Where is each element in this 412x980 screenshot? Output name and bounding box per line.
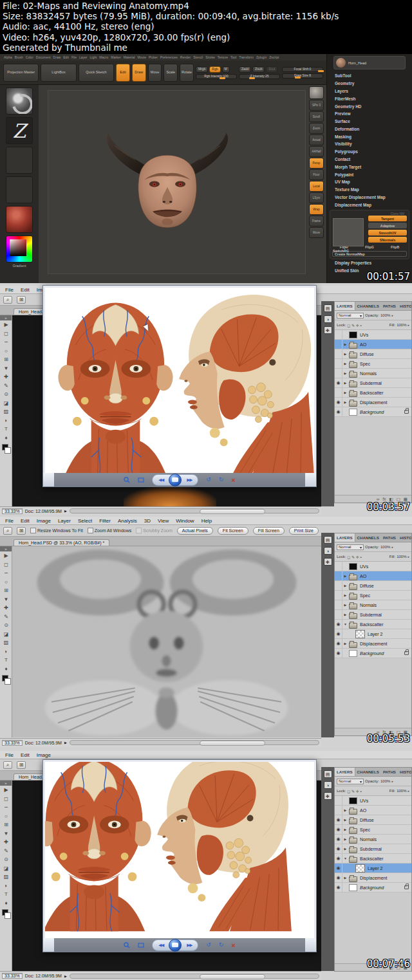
link-icon[interactable]: ∞: [377, 497, 380, 501]
blend-mode-select[interactable]: Normal▾: [337, 544, 364, 550]
right-shelf-button[interactable]: Actual: [309, 134, 324, 145]
visibility-eye-icon[interactable]: [336, 885, 340, 890]
palette-section[interactable]: Preview: [327, 110, 412, 118]
menu-item[interactable]: Help: [201, 518, 212, 524]
zoom-in-icon[interactable]: ⊞: [17, 761, 26, 769]
palette-section[interactable]: FiberMesh: [327, 95, 412, 102]
expand-arrow-icon[interactable]: [342, 593, 348, 597]
tool-icon[interactable]: ⊙: [0, 621, 12, 630]
zbrush-document[interactable]: [48, 90, 306, 274]
flyout-arrow-icon[interactable]: ▶: [64, 509, 67, 513]
panel-tab[interactable]: CHANNELS: [355, 302, 381, 310]
visibility-eye-icon[interactable]: [336, 875, 340, 880]
palette-section[interactable]: Displacement Map: [327, 201, 412, 208]
rgb-button[interactable]: Rgb: [209, 66, 220, 73]
slideshow-icon[interactable]: [169, 939, 182, 952]
scale-button[interactable]: Scale: [164, 64, 178, 82]
tool-icon[interactable]: ○: [0, 578, 12, 587]
right-shelf-button[interactable]: Local: [309, 181, 324, 192]
menu-item[interactable]: Picker: [149, 55, 158, 59]
panel-tab[interactable]: LAYERS: [335, 768, 355, 776]
layer-row[interactable]: Normals: [335, 600, 411, 610]
tool-icon[interactable]: ◪: [0, 630, 12, 639]
palette-section[interactable]: Polypaint: [327, 171, 412, 178]
tool-icon[interactable]: ✎: [0, 382, 12, 391]
tool-icon[interactable]: ✎: [0, 613, 12, 622]
menu-item[interactable]: Edit: [21, 287, 30, 293]
visibility-eye-icon[interactable]: [336, 865, 340, 871]
palette-section[interactable]: Polygroups: [327, 148, 412, 156]
expand-arrow-icon[interactable]: [342, 827, 348, 831]
palette-section[interactable]: Texture Map: [327, 186, 412, 194]
zoom-all-checkbox[interactable]: Zoom All Windows: [88, 528, 132, 533]
layer-row[interactable]: Spec: [335, 591, 411, 600]
lock-icons[interactable]: ◻ ✎ ✛ ▪: [347, 323, 361, 328]
draw-button[interactable]: Draw: [132, 64, 146, 82]
layer-row[interactable]: AO: [335, 340, 411, 349]
right-shelf-button[interactable]: Frame: [309, 216, 324, 227]
layer-row[interactable]: Displacement: [335, 873, 411, 883]
menu-item[interactable]: Edit: [63, 55, 69, 59]
color-swatches[interactable]: [0, 443, 12, 454]
expand-arrow-icon[interactable]: [342, 574, 348, 578]
layer-row[interactable]: Displacement: [335, 639, 411, 649]
canvas-area[interactable]: [12, 546, 321, 737]
fx-icon[interactable]: fx: [382, 497, 386, 501]
flipb-button[interactable]: FlipB: [383, 244, 407, 250]
menu-item[interactable]: Tool: [230, 55, 236, 59]
palette-section[interactable]: Morph Target: [327, 163, 412, 171]
menu-item[interactable]: Layer: [79, 55, 88, 59]
layer-row[interactable]: Normals: [335, 369, 411, 378]
visibility-eye-icon[interactable]: [336, 622, 340, 627]
menu-item[interactable]: File: [5, 287, 14, 293]
menu-item[interactable]: Edit: [21, 752, 30, 758]
palette-section[interactable]: Layers: [327, 88, 412, 95]
menu-item[interactable]: Color: [26, 55, 33, 59]
layer-row[interactable]: Displacement: [335, 398, 411, 407]
expand-arrow-icon[interactable]: [342, 613, 348, 616]
menu-item[interactable]: Preferences: [160, 55, 178, 59]
menu-item[interactable]: Light: [89, 55, 97, 59]
tool-icon[interactable]: ✚: [0, 838, 12, 847]
expand-arrow-icon[interactable]: [342, 622, 348, 626]
actual-size-icon[interactable]: [138, 477, 144, 483]
tangent-button[interactable]: Tangent: [368, 216, 407, 221]
focal-shift-slider[interactable]: Focal Shift 0: [282, 67, 323, 72]
expand-arrow-icon[interactable]: [342, 818, 348, 822]
adaptive-button[interactable]: Adaptive: [368, 223, 407, 228]
zoom-level[interactable]: 33.33%: [2, 740, 23, 746]
layer-row[interactable]: Subdermal: [335, 610, 411, 620]
current-tool[interactable]: Horn_Head: [333, 56, 406, 69]
move-button[interactable]: Move: [148, 64, 162, 82]
menu-item[interactable]: Movie: [138, 55, 146, 59]
expand-arrow-icon[interactable]: [342, 808, 348, 812]
panel-tab[interactable]: PATHS: [381, 302, 398, 310]
tool-icon[interactable]: T: [0, 656, 12, 665]
menu-item[interactable]: Stroke: [205, 55, 214, 59]
dock-icon-2[interactable]: ◑: [324, 547, 332, 555]
menu-item[interactable]: Image: [37, 752, 51, 758]
smoothuv-button[interactable]: SmoothUV: [368, 230, 407, 236]
zoom-in-icon[interactable]: ⊞: [17, 527, 26, 535]
palette-section[interactable]: Deformation: [327, 125, 412, 133]
doc-size[interactable]: Doc: 12.0M/95.9M: [25, 974, 62, 978]
doc-size[interactable]: Doc: 12.0M/95.9M: [25, 509, 62, 513]
expand-arrow-icon[interactable]: [342, 603, 348, 607]
color-picker[interactable]: [6, 236, 33, 263]
visibility-eye-icon[interactable]: [336, 856, 340, 861]
visibility-eye-icon[interactable]: [336, 837, 340, 842]
tool-icon[interactable]: ∽: [0, 803, 12, 812]
palette-section[interactable]: Geometry: [327, 80, 412, 88]
tool-icon[interactable]: ⊙: [0, 855, 12, 864]
expand-arrow-icon[interactable]: [342, 847, 348, 851]
right-shelf-button[interactable]: Wrap: [309, 204, 324, 215]
right-shelf-button[interactable]: AAHalf: [309, 146, 324, 157]
tool-icon[interactable]: ⊞: [0, 355, 12, 364]
flyout-arrow-icon[interactable]: ▶: [64, 741, 67, 744]
zbrush-canvas[interactable]: SPix 3ScrollZoomActualAAHalfPerspFloorLo…: [39, 85, 326, 283]
tool-icon[interactable]: ○: [0, 347, 12, 356]
slideshow-icon[interactable]: [169, 474, 182, 486]
zoom-level[interactable]: 33.33%: [2, 508, 23, 514]
expand-arrow-icon[interactable]: [342, 342, 348, 346]
tool-icon[interactable]: ⊞: [0, 820, 12, 829]
